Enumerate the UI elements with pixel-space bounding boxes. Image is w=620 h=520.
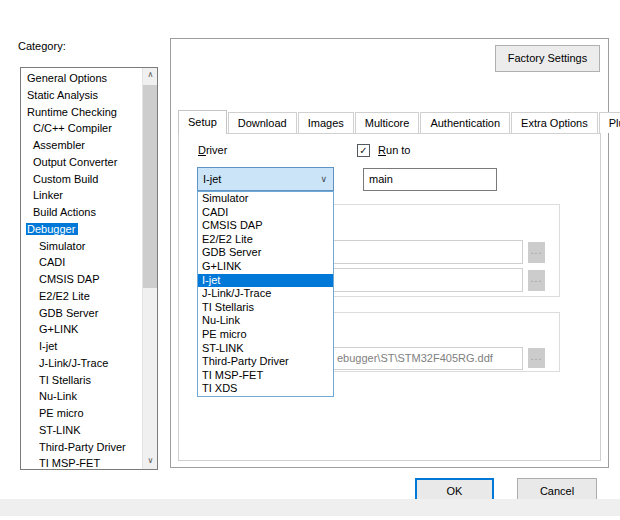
tab-download[interactable]: Download bbox=[228, 112, 297, 133]
category-item[interactable]: General Options bbox=[22, 70, 141, 87]
driver-dropdown-list: SimulatorCADICMSIS DAPE2/E2 LiteGDB Serv… bbox=[197, 191, 334, 397]
driver-option[interactable]: ST-LINK bbox=[198, 342, 333, 356]
scrollbar-thumb[interactable] bbox=[143, 85, 158, 288]
category-item[interactable]: Build Actions bbox=[22, 204, 141, 221]
scroll-down-icon[interactable]: ∨ bbox=[143, 454, 158, 469]
driver-label: Driver bbox=[198, 144, 227, 156]
category-item[interactable]: Runtime Checking bbox=[22, 104, 141, 121]
driver-combobox[interactable]: I-jet ∨ bbox=[197, 167, 334, 191]
chevron-down-icon: ∨ bbox=[320, 168, 327, 190]
category-item[interactable]: I-jet bbox=[22, 338, 141, 355]
run-to-row: ✓ Run to bbox=[357, 143, 410, 157]
tab-setup[interactable]: Setup bbox=[178, 110, 227, 134]
run-to-label: Run to bbox=[378, 144, 410, 156]
category-item[interactable]: Assembler bbox=[22, 137, 141, 154]
driver-option[interactable]: E2/E2 Lite bbox=[198, 233, 333, 247]
driver-option[interactable]: Nu-Link bbox=[198, 314, 333, 328]
category-item[interactable]: TI Stellaris bbox=[22, 372, 141, 389]
category-item[interactable]: C/C++ Compiler bbox=[22, 120, 141, 137]
options-dialog: Category: General OptionsStatic Analysis… bbox=[0, 0, 620, 520]
driver-option[interactable]: Simulator bbox=[198, 192, 333, 206]
category-item[interactable]: Debugger bbox=[22, 221, 141, 238]
category-item[interactable]: Simulator bbox=[22, 238, 141, 255]
driver-option[interactable]: TI MSP-FET bbox=[198, 369, 333, 383]
setup-tab-page: Driver ✓ Run to main ... ... ebugger\ST\… bbox=[178, 133, 601, 461]
driver-option[interactable]: Third-Party Driver bbox=[198, 355, 333, 369]
category-item[interactable]: J-Link/J-Trace bbox=[22, 355, 141, 372]
browse-button-2[interactable]: ... bbox=[528, 270, 545, 291]
category-item[interactable]: CMSIS DAP bbox=[22, 271, 141, 288]
category-item[interactable]: CADI bbox=[22, 254, 141, 271]
driver-option[interactable]: G+LINK bbox=[198, 260, 333, 274]
driver-option[interactable]: GDB Server bbox=[198, 246, 333, 260]
driver-option[interactable]: I-jet bbox=[198, 274, 333, 288]
tab-images[interactable]: Images bbox=[298, 112, 354, 133]
factory-settings-button[interactable]: Factory Settings bbox=[495, 45, 600, 72]
driver-option[interactable]: PE micro bbox=[198, 328, 333, 342]
driver-option[interactable]: CMSIS DAP bbox=[198, 219, 333, 233]
category-item[interactable]: Third-Party Driver bbox=[22, 439, 141, 456]
browse-button-1[interactable]: ... bbox=[528, 242, 545, 263]
driver-option[interactable]: TI XDS bbox=[198, 382, 333, 396]
category-list-items: General OptionsStatic AnalysisRuntime Ch… bbox=[22, 70, 141, 470]
window-bottom-edge bbox=[0, 499, 620, 516]
tab-extra-options[interactable]: Extra Options bbox=[511, 112, 598, 133]
browse-button-3[interactable]: ... bbox=[528, 348, 545, 368]
driver-combobox-value: I-jet bbox=[203, 173, 221, 185]
category-item[interactable]: G+LINK bbox=[22, 321, 141, 338]
category-item[interactable]: Custom Build bbox=[22, 171, 141, 188]
driver-option[interactable]: CADI bbox=[198, 206, 333, 220]
tab-bar: SetupDownloadImagesMulticoreAuthenticati… bbox=[178, 109, 620, 133]
category-item[interactable]: PE micro bbox=[22, 405, 141, 422]
category-item[interactable]: Linker bbox=[22, 187, 141, 204]
device-description-file-path: ebugger\ST\STM32F405RG.ddf bbox=[337, 348, 493, 369]
category-label: Category: bbox=[18, 40, 66, 52]
options-panel-frame: Factory Settings SetupDownloadImagesMult… bbox=[170, 38, 609, 468]
category-item[interactable]: Output Converter bbox=[22, 154, 141, 171]
tab-multicore[interactable]: Multicore bbox=[355, 112, 420, 133]
scroll-up-icon[interactable]: ∧ bbox=[143, 68, 158, 83]
category-scrollbar[interactable]: ∧ ∨ bbox=[142, 68, 157, 469]
category-item[interactable]: E2/E2 Lite bbox=[22, 288, 141, 305]
tab-authentication[interactable]: Authentication bbox=[420, 112, 510, 133]
category-item[interactable]: Static Analysis bbox=[22, 87, 141, 104]
driver-option[interactable]: TI Stellaris bbox=[198, 301, 333, 315]
category-item[interactable]: ST-LINK bbox=[22, 422, 141, 439]
tab-plugins[interactable]: Plugins bbox=[599, 112, 620, 133]
run-to-input[interactable]: main bbox=[363, 168, 497, 191]
driver-option[interactable]: J-Link/J-Trace bbox=[198, 287, 333, 301]
run-to-checkbox[interactable]: ✓ bbox=[357, 144, 370, 157]
category-listbox[interactable]: General OptionsStatic AnalysisRuntime Ch… bbox=[20, 67, 158, 470]
category-item[interactable]: TI MSP-FET bbox=[22, 455, 141, 470]
category-item[interactable]: Nu-Link bbox=[22, 388, 141, 405]
category-item[interactable]: GDB Server bbox=[22, 305, 141, 322]
